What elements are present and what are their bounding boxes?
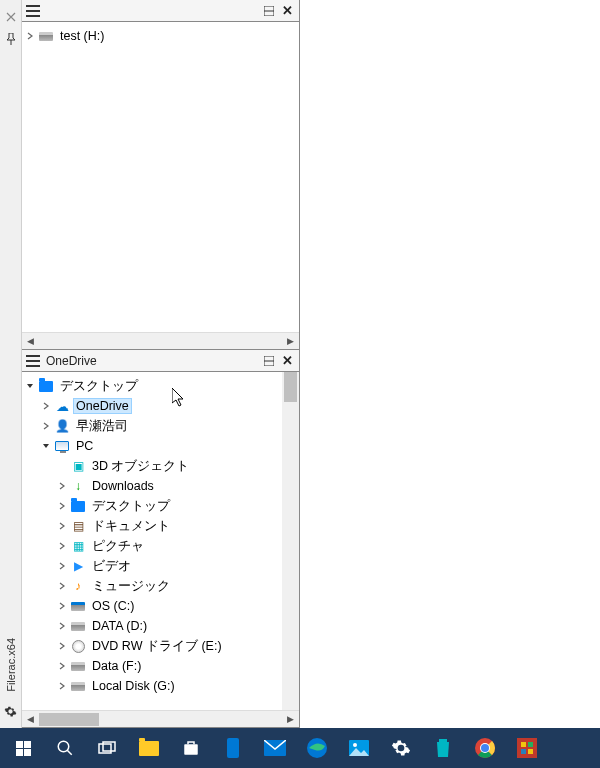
expander-icon[interactable]	[56, 481, 68, 492]
tree-item[interactable]: DATA (D:)	[24, 616, 281, 636]
expander-icon[interactable]	[56, 601, 68, 612]
scroll-thumb[interactable]	[284, 372, 297, 402]
scroll-track[interactable]	[39, 333, 282, 349]
top-h-scrollbar[interactable]: ◀ ▶	[22, 332, 299, 349]
settings-gear-icon[interactable]	[4, 704, 18, 718]
tree-item[interactable]: ▣3D オブジェクト	[24, 456, 281, 476]
close-pane-icon[interactable]: ✕	[279, 3, 295, 19]
left-rail: Filerac.x64	[0, 0, 22, 728]
expander-icon[interactable]	[24, 31, 36, 42]
tree-item[interactable]: デスクトップ	[24, 496, 281, 516]
drive-os-icon	[70, 598, 86, 614]
edge-icon[interactable]	[296, 728, 338, 768]
taskview-icon[interactable]	[86, 728, 128, 768]
scroll-track[interactable]	[39, 711, 282, 727]
tree-item[interactable]: デスクトップ	[24, 376, 281, 396]
scroll-left-icon[interactable]: ◀	[22, 333, 39, 350]
pin-icon[interactable]	[4, 32, 18, 46]
svg-rect-23	[521, 749, 526, 754]
scroll-left-icon[interactable]: ◀	[22, 711, 39, 728]
expander-icon[interactable]	[40, 441, 52, 452]
photos-icon[interactable]	[338, 728, 380, 768]
svg-rect-9	[227, 738, 239, 758]
download-icon: ↓	[70, 478, 86, 494]
expander-icon[interactable]	[56, 521, 68, 532]
tree-item-label: PC	[74, 439, 95, 453]
folder-blue-icon	[70, 498, 86, 514]
expander-icon[interactable]	[56, 561, 68, 572]
tree-item[interactable]: ♪ミュージック	[24, 576, 281, 596]
explorer-icon[interactable]	[128, 728, 170, 768]
svg-point-4	[58, 741, 69, 752]
tree-item-label: Data (F:)	[90, 659, 143, 673]
expander-icon[interactable]	[40, 421, 52, 432]
tree-item[interactable]: PC	[24, 436, 281, 456]
bottom-pane-title: OneDrive	[46, 354, 259, 368]
tree-item-label: ビデオ	[90, 558, 133, 575]
minimize-pane-icon[interactable]	[261, 3, 277, 19]
hamburger-icon[interactable]	[26, 5, 40, 17]
tree-item-label: Local Disk (G:)	[90, 679, 177, 693]
drive-icon	[70, 678, 86, 694]
bottom-pane: OneDrive ✕ デスクトップ☁OneDrive👤早瀬浩司PC▣3D オブジ…	[22, 350, 299, 728]
start-button[interactable]	[2, 728, 44, 768]
bottom-h-scrollbar[interactable]: ◀ ▶	[22, 710, 299, 727]
tree-item[interactable]: ☁OneDrive	[24, 396, 281, 416]
svg-point-13	[353, 743, 357, 747]
recycle-icon[interactable]	[422, 728, 464, 768]
mail-icon[interactable]	[254, 728, 296, 768]
document-icon: ▤	[70, 518, 86, 534]
top-pane: ✕ test (H:) ◀ ▶	[22, 0, 299, 350]
chrome-icon[interactable]	[464, 728, 506, 768]
app-icon[interactable]	[506, 728, 548, 768]
tree-item[interactable]: 👤早瀬浩司	[24, 416, 281, 436]
close-pane-icon[interactable]: ✕	[279, 353, 295, 369]
expander-icon[interactable]	[56, 541, 68, 552]
panes-column: ✕ test (H:) ◀ ▶ OneDrive ✕ デスクトップ	[22, 0, 300, 728]
expander-icon[interactable]	[56, 581, 68, 592]
expander-icon[interactable]	[56, 681, 68, 692]
bottom-tree[interactable]: デスクトップ☁OneDrive👤早瀬浩司PC▣3D オブジェクト↓Downloa…	[22, 372, 299, 700]
tree-item[interactable]: ▤ドキュメント	[24, 516, 281, 536]
close-panel-icon[interactable]	[4, 10, 18, 24]
tree-item-label: OneDrive	[74, 399, 131, 413]
tree-item[interactable]: ▶ビデオ	[24, 556, 281, 576]
picture-icon: ▦	[70, 538, 86, 554]
expander-icon[interactable]	[40, 401, 52, 412]
tree-item[interactable]: test (H:)	[24, 26, 297, 46]
svg-rect-22	[528, 742, 533, 747]
expander-icon[interactable]	[56, 501, 68, 512]
tree-item[interactable]: ▦ピクチャ	[24, 536, 281, 556]
expander-icon[interactable]	[56, 641, 68, 652]
svg-line-5	[67, 750, 72, 755]
video-icon: ▶	[70, 558, 86, 574]
scroll-right-icon[interactable]: ▶	[282, 711, 299, 728]
search-icon[interactable]	[44, 728, 86, 768]
drive-icon	[38, 28, 54, 44]
top-pane-body: test (H:)	[22, 22, 299, 332]
expander-icon[interactable]	[24, 381, 36, 392]
drive-icon	[70, 618, 86, 634]
expander-icon[interactable]	[56, 621, 68, 632]
bottom-v-scrollbar[interactable]	[282, 372, 299, 710]
top-tree[interactable]: test (H:)	[22, 22, 299, 50]
app-name-vertical: Filerac.x64	[5, 638, 17, 692]
scroll-right-icon[interactable]: ▶	[282, 333, 299, 350]
svg-rect-20	[517, 738, 537, 758]
tree-item[interactable]: Data (F:)	[24, 656, 281, 676]
tree-item[interactable]: OS (C:)	[24, 596, 281, 616]
tree-item[interactable]: Local Disk (G:)	[24, 676, 281, 696]
expander-icon[interactable]	[56, 661, 68, 672]
tree-item[interactable]: ↓Downloads	[24, 476, 281, 496]
bottom-pane-body: デスクトップ☁OneDrive👤早瀬浩司PC▣3D オブジェクト↓Downloa…	[22, 372, 299, 710]
svg-point-19	[481, 744, 489, 752]
minimize-pane-icon[interactable]	[261, 353, 277, 369]
bottom-pane-header: OneDrive ✕	[22, 350, 299, 372]
settings-icon[interactable]	[380, 728, 422, 768]
store-icon[interactable]	[170, 728, 212, 768]
phone-icon[interactable]	[212, 728, 254, 768]
tree-item[interactable]: DVD RW ドライブ (E:)	[24, 636, 281, 656]
tree-item-label: デスクトップ	[58, 378, 140, 395]
hamburger-icon[interactable]	[26, 355, 40, 367]
scroll-thumb[interactable]	[39, 713, 99, 726]
